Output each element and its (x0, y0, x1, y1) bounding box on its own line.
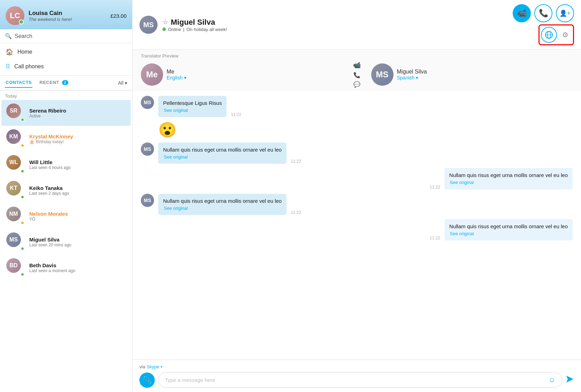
see-original-link[interactable]: See original (163, 107, 222, 114)
translator-preview-label: Translator Preview (141, 53, 573, 59)
chevron-down-icon: ▾ (184, 75, 186, 80)
message-bubble: Nullam quis risus eget urna mollis ornar… (444, 168, 573, 189)
profile-header: LC Louisa Cain The weekend is here! £23.… (0, 0, 132, 29)
contact-info: Miguel Silva Last seen 20 mins ago (29, 237, 126, 247)
phone-divider-icon: 📞 (353, 72, 360, 78)
avatar-image: KT (6, 181, 21, 195)
svg-marker-3 (566, 376, 573, 383)
nav-call-phones[interactable]: ⠿ Call phones (0, 59, 132, 74)
nav-home[interactable]: 🏠 Home (0, 45, 132, 59)
status-indicator (21, 195, 24, 199)
chevron-down-icon[interactable]: ▾ (161, 365, 162, 369)
tabs-bar: CONTACTS RECENT 2 All ▾ (0, 76, 132, 91)
input-icons: ☺ (549, 376, 556, 384)
me-language-selector[interactable]: English ▾ (167, 75, 186, 80)
translator-button[interactable] (541, 27, 557, 43)
participant-contact-info: Miguel Silva Spanish ▾ (397, 69, 427, 80)
via-service-label: via Skype ▾ (139, 364, 574, 369)
via-service[interactable]: Skype (147, 364, 159, 369)
message-with-time: Pellentesque Ligus Risus See original 11… (158, 96, 243, 117)
message-bubble-wrap: 11:22 Nullam quis risus eget urna mollis… (428, 168, 573, 189)
message-time: 11:22 (289, 210, 303, 215)
bottom-actions: ⚙ (538, 24, 574, 45)
star-icon[interactable]: ☆ (162, 18, 168, 26)
list-item[interactable]: BD Beth Davis Last seen a moment ago (1, 255, 131, 280)
filter-dropdown[interactable]: All ▾ (118, 80, 127, 86)
contact-sub: Last seen a moment ago (29, 268, 126, 273)
profile-status: The weekend is here! (29, 17, 72, 22)
message-time: 11:22 (289, 159, 303, 164)
contact-name: Serena Ribeiro (29, 108, 126, 114)
audio-call-button[interactable]: 📞 (534, 4, 552, 22)
table-row: 11:22 Nullam quis risus eget urna mollis… (141, 168, 573, 189)
translator-preview: Translator Preview Me Me English ▾ 📹 📞 💬 (132, 50, 581, 90)
see-original-link[interactable]: See original (449, 231, 568, 237)
message-bubble: Pellentesque Ligus Risus See original (158, 96, 227, 117)
birthday-icon: 🎂 (29, 139, 35, 144)
chat-contact-avatar: MS (139, 16, 158, 34)
video-call-button[interactable]: 📹 (513, 4, 531, 22)
message-text: Nullam quis risus eget urna mollis ornar… (449, 223, 568, 230)
message-avatar: MS (141, 96, 154, 109)
message-text: Pellentesque Ligus Risus (163, 99, 222, 107)
chat-contact-status: Online | On holiday all week! (162, 27, 513, 32)
list-item[interactable]: KT Keiko Tanaka Last seen 2 days ago (1, 177, 131, 203)
contact-language-selector[interactable]: Spanish ▾ (397, 75, 427, 80)
list-item[interactable]: WL Will Little Last seen 4 hours ago (1, 152, 131, 177)
avatar: KM (6, 129, 25, 148)
send-button[interactable] (566, 375, 574, 385)
table-row: 11:22 Nullam quis risus eget urna mollis… (141, 219, 573, 240)
tab-contacts[interactable]: CONTACTS (5, 78, 32, 88)
status-indicator (19, 20, 24, 24)
contact-info: Krystal McKinney 🎂 Birthday today! (29, 133, 126, 144)
add-contact-button[interactable]: 👤+ (556, 4, 574, 22)
attach-button[interactable]: 📎 (139, 372, 155, 388)
status-indicator (21, 247, 24, 251)
list-item[interactable]: SR Serena Ribeiro Active (1, 100, 131, 126)
nav-items: 🏠 Home ⠿ Call phones (0, 43, 132, 76)
message-bubble-wrap: Nullam quis risus eget urna mollis ornar… (158, 194, 303, 215)
chat-contact-name-row: ☆ Miguel Silva (162, 18, 513, 27)
participant-contact: MS Miguel Silva Spanish ▾ (371, 63, 573, 86)
message-input-container[interactable]: Type a message here ☺ (158, 372, 562, 388)
emoji-message: 😮 (158, 121, 176, 138)
see-original-link[interactable]: See original (163, 154, 282, 160)
emoji-button[interactable]: ☺ (549, 376, 556, 384)
gear-icon: ⚙ (562, 31, 568, 39)
profile-info: Louisa Cain The weekend is here! (29, 10, 72, 22)
avatar: BD (6, 258, 25, 277)
contact-name: Nelson Morales (29, 211, 126, 217)
message-time: 11:22 (428, 185, 442, 190)
tab-recent[interactable]: RECENT 2 (39, 78, 69, 88)
see-original-link[interactable]: See original (163, 205, 282, 212)
message-avatar: MS (141, 194, 154, 207)
settings-button[interactable]: ⚙ (559, 29, 572, 41)
video-divider-icon: 📹 (353, 61, 361, 69)
status-indicator (21, 118, 24, 122)
chat-contact-name: Miguel Silva (171, 18, 215, 27)
avatar: LC (6, 6, 24, 25)
list-item[interactable]: NM Nelson Morales YO (1, 203, 131, 229)
contact-sub: YO (29, 217, 126, 222)
message-bubble: Nullam quis risus eget urna mollis ornar… (158, 194, 286, 215)
send-icon (566, 375, 574, 383)
see-original-link[interactable]: See original (449, 179, 568, 186)
search-icon: 🔍 (5, 33, 12, 39)
status-indicator (21, 144, 24, 147)
profile-area[interactable]: LC Louisa Cain The weekend is here! (6, 6, 72, 25)
avatar-image: NM (6, 207, 21, 221)
message-with-time: Nullam quis risus eget urna mollis ornar… (158, 194, 303, 215)
contact-name: Krystal McKinney (29, 133, 126, 139)
contact-info: Keiko Tanaka Last seen 2 days ago (29, 185, 126, 196)
message-with-time: 11:22 Nullam quis risus eget urna mollis… (428, 168, 573, 189)
video-icon: 📹 (517, 9, 527, 18)
translator-icon (545, 31, 553, 39)
status-indicator (21, 221, 24, 225)
list-item[interactable]: MS Miguel Silva Last seen 20 mins ago (1, 229, 131, 255)
chat-header-info: ☆ Miguel Silva Online | On holiday all w… (162, 18, 513, 32)
online-indicator (162, 28, 166, 31)
participant-contact-avatar: MS (371, 63, 393, 86)
list-item[interactable]: KM Krystal McKinney 🎂 Birthday today! (1, 126, 131, 152)
contact-info: Serena Ribeiro Active (29, 108, 126, 118)
search-bar[interactable]: 🔍 Search (0, 29, 132, 43)
